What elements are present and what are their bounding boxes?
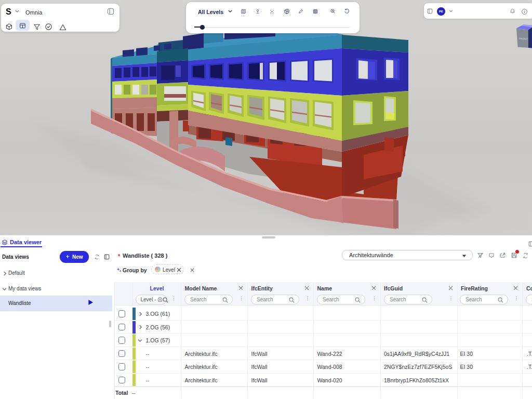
svg-text:FRONT: FRONT bbox=[518, 37, 528, 41]
